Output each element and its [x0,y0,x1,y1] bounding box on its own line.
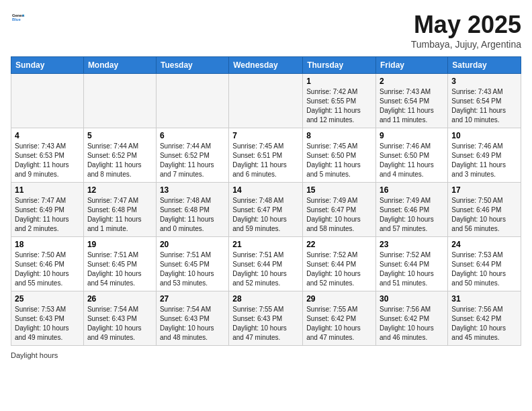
day-info: Sunrise: 7:51 AM Sunset: 6:44 PM Dayligh… [232,250,299,288]
day-info: Sunrise: 7:45 AM Sunset: 6:51 PM Dayligh… [232,142,299,179]
calendar-cell: 17Sunrise: 7:50 AM Sunset: 6:46 PM Dayli… [448,183,521,237]
logo: General Blue [11,11,24,26]
calendar-cell: 29Sunrise: 7:55 AM Sunset: 6:42 PM Dayli… [303,291,376,346]
day-number: 24 [451,240,517,249]
day-header-tuesday: Tuesday [156,57,228,74]
day-info: Sunrise: 7:54 AM Sunset: 6:43 PM Dayligh… [160,305,225,342]
calendar-cell: 28Sunrise: 7:55 AM Sunset: 6:43 PM Dayli… [229,291,303,346]
day-number: 2 [380,77,444,86]
calendar-cell: 5Sunrise: 7:44 AM Sunset: 6:52 PM Daylig… [83,128,156,183]
day-number: 10 [451,131,517,140]
footer-text: Daylight hours [11,351,58,359]
day-info: Sunrise: 7:48 AM Sunset: 6:47 PM Dayligh… [232,196,299,234]
day-number: 16 [380,185,444,195]
calendar-table: SundayMondayTuesdayWednesdayThursdayFrid… [11,56,521,346]
calendar-cell: 21Sunrise: 7:51 AM Sunset: 6:44 PM Dayli… [229,237,303,291]
day-info: Sunrise: 7:50 AM Sunset: 6:46 PM Dayligh… [451,196,517,234]
day-number: 13 [160,185,225,195]
calendar-cell: 25Sunrise: 7:53 AM Sunset: 6:43 PM Dayli… [11,291,84,346]
day-number: 1 [306,77,372,86]
day-info: Sunrise: 7:53 AM Sunset: 6:44 PM Dayligh… [451,250,517,288]
day-info: Sunrise: 7:51 AM Sunset: 6:45 PM Dayligh… [87,250,152,288]
day-info: Sunrise: 7:46 AM Sunset: 6:50 PM Dayligh… [380,142,444,179]
day-number: 31 [451,294,517,304]
day-info: Sunrise: 7:46 AM Sunset: 6:49 PM Dayligh… [451,142,517,179]
calendar-cell: 23Sunrise: 7:52 AM Sunset: 6:44 PM Dayli… [376,237,448,291]
svg-text:Blue: Blue [12,17,21,21]
footer-note: Daylight hours [11,351,521,359]
day-info: Sunrise: 7:49 AM Sunset: 6:47 PM Dayligh… [306,196,372,234]
calendar-cell: 3Sunrise: 7:43 AM Sunset: 6:54 PM Daylig… [448,74,521,128]
day-info: Sunrise: 7:49 AM Sunset: 6:46 PM Dayligh… [380,196,444,234]
day-number: 4 [15,131,80,140]
calendar-cell: 30Sunrise: 7:56 AM Sunset: 6:42 PM Dayli… [376,291,448,346]
calendar-cell: 9Sunrise: 7:46 AM Sunset: 6:50 PM Daylig… [376,128,448,183]
day-info: Sunrise: 7:47 AM Sunset: 6:48 PM Dayligh… [87,196,152,234]
day-number: 17 [451,185,517,195]
calendar-cell: 12Sunrise: 7:47 AM Sunset: 6:48 PM Dayli… [83,183,156,237]
day-number: 21 [232,240,299,249]
day-number: 18 [15,240,80,249]
calendar-cell: 27Sunrise: 7:54 AM Sunset: 6:43 PM Dayli… [156,291,228,346]
calendar-cell [11,74,84,128]
day-number: 27 [160,294,225,304]
calendar-cell: 20Sunrise: 7:51 AM Sunset: 6:45 PM Dayli… [156,237,228,291]
calendar-week-row: 11Sunrise: 7:47 AM Sunset: 6:49 PM Dayli… [11,183,521,237]
calendar-week-row: 25Sunrise: 7:53 AM Sunset: 6:43 PM Dayli… [11,291,521,346]
calendar-cell: 6Sunrise: 7:44 AM Sunset: 6:52 PM Daylig… [156,128,228,183]
day-info: Sunrise: 7:43 AM Sunset: 6:54 PM Dayligh… [451,87,517,125]
day-info: Sunrise: 7:55 AM Sunset: 6:42 PM Dayligh… [306,305,372,342]
day-header-monday: Monday [83,57,156,74]
calendar-cell: 10Sunrise: 7:46 AM Sunset: 6:49 PM Dayli… [448,128,521,183]
day-number: 28 [232,294,299,304]
day-number: 29 [306,294,372,304]
day-info: Sunrise: 7:47 AM Sunset: 6:49 PM Dayligh… [15,196,80,234]
calendar-subtitle: Tumbaya, Jujuy, Argentina [411,39,521,50]
calendar-cell: 24Sunrise: 7:53 AM Sunset: 6:44 PM Dayli… [448,237,521,291]
day-info: Sunrise: 7:48 AM Sunset: 6:48 PM Dayligh… [160,196,225,234]
day-header-friday: Friday [376,57,448,74]
calendar-cell: 16Sunrise: 7:49 AM Sunset: 6:46 PM Dayli… [376,183,448,237]
day-number: 9 [380,131,444,140]
day-number: 23 [380,240,444,249]
day-info: Sunrise: 7:52 AM Sunset: 6:44 PM Dayligh… [306,250,372,288]
calendar-cell: 11Sunrise: 7:47 AM Sunset: 6:49 PM Dayli… [11,183,84,237]
day-number: 12 [87,185,152,195]
day-number: 25 [15,294,80,304]
calendar-cell [83,74,156,128]
day-info: Sunrise: 7:56 AM Sunset: 6:42 PM Dayligh… [380,305,444,342]
day-info: Sunrise: 7:51 AM Sunset: 6:45 PM Dayligh… [160,250,225,288]
calendar-cell: 31Sunrise: 7:56 AM Sunset: 6:42 PM Dayli… [448,291,521,346]
calendar-header-row: SundayMondayTuesdayWednesdayThursdayFrid… [11,57,521,74]
day-header-wednesday: Wednesday [229,57,303,74]
day-info: Sunrise: 7:56 AM Sunset: 6:42 PM Dayligh… [451,305,517,342]
calendar-cell: 2Sunrise: 7:43 AM Sunset: 6:54 PM Daylig… [376,74,448,128]
day-number: 5 [87,131,152,140]
day-header-sunday: Sunday [11,57,84,74]
day-header-thursday: Thursday [303,57,376,74]
day-info: Sunrise: 7:44 AM Sunset: 6:52 PM Dayligh… [87,142,152,179]
day-number: 19 [87,240,152,249]
day-number: 20 [160,240,225,249]
calendar-week-row: 1Sunrise: 7:42 AM Sunset: 6:55 PM Daylig… [11,74,521,128]
calendar-cell: 22Sunrise: 7:52 AM Sunset: 6:44 PM Dayli… [303,237,376,291]
calendar-cell: 15Sunrise: 7:49 AM Sunset: 6:47 PM Dayli… [303,183,376,237]
day-info: Sunrise: 7:43 AM Sunset: 6:53 PM Dayligh… [15,142,80,179]
calendar-cell: 4Sunrise: 7:43 AM Sunset: 6:53 PM Daylig… [11,128,84,183]
calendar-cell: 1Sunrise: 7:42 AM Sunset: 6:55 PM Daylig… [303,74,376,128]
day-number: 30 [380,294,444,304]
calendar-week-row: 4Sunrise: 7:43 AM Sunset: 6:53 PM Daylig… [11,128,521,183]
day-info: Sunrise: 7:53 AM Sunset: 6:43 PM Dayligh… [15,305,80,342]
day-info: Sunrise: 7:42 AM Sunset: 6:55 PM Dayligh… [306,87,372,125]
day-info: Sunrise: 7:43 AM Sunset: 6:54 PM Dayligh… [380,87,444,125]
day-number: 8 [306,131,372,140]
page-header: General Blue May 2025 Tumbaya, Jujuy, Ar… [11,11,521,50]
title-block: May 2025 Tumbaya, Jujuy, Argentina [411,11,521,50]
day-number: 26 [87,294,152,304]
day-header-saturday: Saturday [448,57,521,74]
calendar-cell: 19Sunrise: 7:51 AM Sunset: 6:45 PM Dayli… [83,237,156,291]
day-info: Sunrise: 7:45 AM Sunset: 6:50 PM Dayligh… [306,142,372,179]
calendar-cell: 7Sunrise: 7:45 AM Sunset: 6:51 PM Daylig… [229,128,303,183]
calendar-cell: 13Sunrise: 7:48 AM Sunset: 6:48 PM Dayli… [156,183,228,237]
day-number: 22 [306,240,372,249]
